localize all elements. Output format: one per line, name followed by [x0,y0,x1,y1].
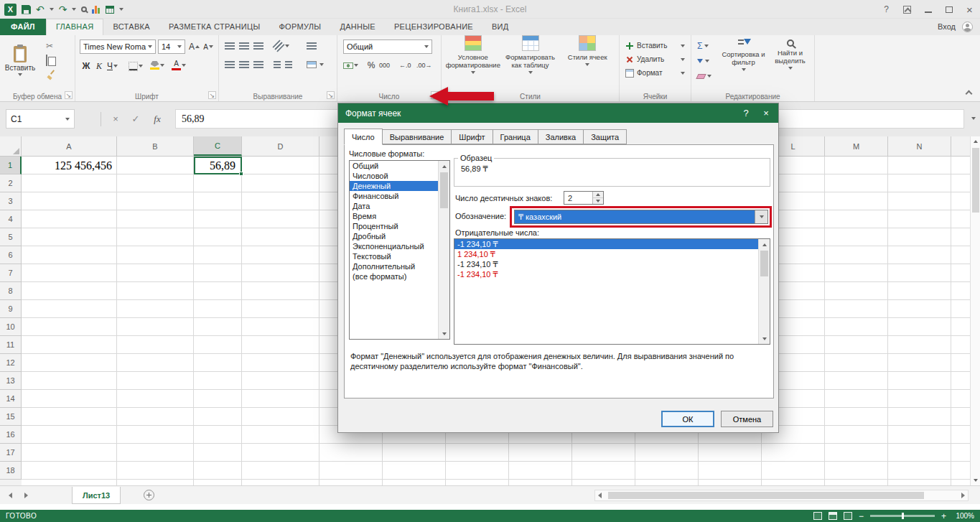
enter-entry-icon[interactable]: ✓ [126,109,145,129]
font-dialog-launcher-icon[interactable]: ↘ [208,91,216,99]
copy-icon[interactable] [46,55,47,66]
decrease-decimal-icon[interactable]: .00→ [416,59,432,72]
cut-icon[interactable]: ✂ [46,41,53,51]
row-header[interactable]: 5 [0,228,22,246]
ribbon-tab[interactable]: ФОРМУЛЫ [269,19,330,35]
scroll-thumb[interactable] [440,172,448,208]
zoom-out-icon[interactable]: − [859,512,864,521]
row-header[interactable]: 12 [0,354,22,372]
merge-center-icon[interactable] [307,61,317,68]
row-header[interactable]: 1 [0,157,22,174]
dialog-close-icon[interactable]: × [755,103,777,123]
style-button[interactable]: Стили ячеек [559,35,616,80]
category-item[interactable]: Текстовый [350,251,438,261]
table-icon[interactable] [106,6,114,14]
ribbon-tab[interactable]: ВСТАВКА [103,19,159,35]
editing-button[interactable]: Сортировка и фильтр [722,38,765,84]
dialog-tab[interactable]: Число [344,129,383,145]
new-sheet-icon[interactable] [144,490,154,500]
cancel-entry-icon[interactable]: × [106,109,125,129]
negative-format-item[interactable]: 1 234,10 ₸ [454,249,758,259]
category-item[interactable]: Процентный [350,221,438,231]
dialog-tab[interactable]: Шрифт [451,129,492,144]
number-format-combo[interactable]: Общий [343,39,432,54]
category-item[interactable]: Время [350,211,438,221]
redo-dropdown-icon[interactable] [72,8,76,11]
column-header[interactable]: B [117,136,194,156]
horizontal-scroll-thumb[interactable] [608,492,924,499]
negative-list-scrollbar[interactable] [758,239,770,344]
scroll-down-icon[interactable] [759,333,770,344]
category-list-scrollbar[interactable] [438,161,449,339]
qat-customize-icon[interactable] [119,8,123,11]
ok-button[interactable]: ОК [661,411,714,427]
cancel-button[interactable]: Отмена [721,411,773,427]
fill-button[interactable] [697,55,709,67]
search-icon[interactable] [81,6,87,12]
row-header[interactable]: 17 [0,444,22,462]
category-item[interactable]: (все форматы) [350,271,438,281]
row-header[interactable]: 14 [0,390,22,408]
align-bottom-icon[interactable] [253,42,263,50]
scroll-left-icon[interactable] [598,493,602,498]
ribbon-tab[interactable]: ГЛАВНАЯ [46,19,104,35]
row-header[interactable]: 3 [0,192,22,210]
ribbon-tab[interactable]: ВИД [482,19,518,35]
zoom-in-icon[interactable]: + [941,512,946,521]
redo-icon[interactable]: ↷ [59,4,67,14]
accounting-format-icon[interactable] [343,59,358,72]
spinner-up-icon[interactable] [593,192,603,198]
negative-format-item[interactable]: -1 234,10 ₸ [454,239,758,249]
clipboard-dialog-launcher-icon[interactable]: ↘ [65,91,73,99]
category-item[interactable]: Дата [350,201,438,211]
font-name-combo[interactable]: Times New Roma [80,39,156,54]
undo-icon[interactable]: ↶ [36,4,45,14]
ribbon-tab[interactable]: РАЗМЕТКА СТРАНИЦЫ [159,19,270,35]
dialog-tab[interactable]: Выравнивание [383,129,452,144]
decrease-font-icon[interactable]: А [203,40,213,53]
row-header[interactable]: 11 [0,336,22,354]
row-header[interactable]: 2 [0,174,22,192]
cell-A1[interactable]: 125 456,456 [22,157,117,174]
column-header[interactable]: D [242,136,319,156]
scroll-down-icon[interactable] [971,475,980,485]
sign-in-link[interactable]: Вход [938,19,956,35]
decimals-spinner[interactable]: 2 [564,191,604,205]
increase-indent-icon[interactable] [285,61,292,68]
align-left-icon[interactable] [225,61,235,68]
negative-format-item[interactable]: -1 234,10 ₸ [454,269,758,279]
italic-button[interactable]: К [94,60,104,73]
cell-C1-selected[interactable]: 56,89 [194,157,242,174]
align-top-icon[interactable] [225,42,235,50]
fill-color-icon[interactable] [150,59,164,72]
category-item[interactable]: Денежный [350,181,438,191]
dialog-tab[interactable]: Защита [583,129,627,144]
fill-handle[interactable] [239,172,243,176]
row-header[interactable]: 7 [0,264,22,282]
category-item[interactable]: Финансовый [350,191,438,201]
close-icon[interactable]: × [959,0,980,19]
scroll-thumb[interactable] [760,251,768,276]
category-item[interactable]: Дробный [350,231,438,241]
orientation-icon[interactable] [273,40,285,52]
style-button[interactable]: Форматировать как таблицу [502,35,559,80]
clear-button[interactable] [697,70,711,82]
sheet-nav-left-icon[interactable] [9,493,12,498]
category-item[interactable]: Экспоненциальный [350,241,438,251]
cells-button[interactable]: Формат [620,66,691,80]
bold-button[interactable]: Ж [81,60,91,73]
zoom-slider[interactable] [870,515,935,517]
page-break-view-icon[interactable] [844,512,852,520]
row-header[interactable]: 18 [0,462,22,480]
scroll-up-icon[interactable] [439,161,449,172]
alignment-dialog-launcher-icon[interactable]: ↘ [327,91,335,99]
negative-format-item[interactable]: -1 234,10 ₸ [454,259,758,269]
zoom-level[interactable]: 100% [953,512,974,520]
row-header[interactable]: 13 [0,372,22,390]
column-header[interactable]: A [22,136,117,156]
select-all-corner[interactable] [0,136,22,157]
ribbon-tab[interactable]: ФАЙЛ [0,19,46,35]
dialog-tab[interactable]: Заливка [538,129,583,144]
ribbon-tab[interactable]: ДАННЫЕ [330,19,385,35]
spinner-down-icon[interactable] [593,198,603,204]
